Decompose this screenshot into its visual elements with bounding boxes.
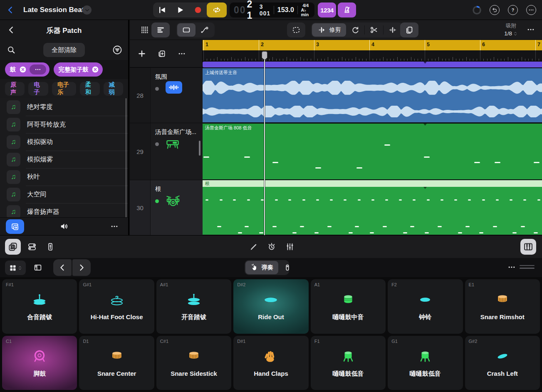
patch-list-item[interactable]: ♫模拟驱动	[0, 133, 128, 151]
next-kit-button[interactable]	[72, 259, 91, 276]
duplicate-track-button[interactable]	[157, 49, 166, 58]
lcd-display[interactable]: 00 2 1 3 001 153.0 4/4 A♭ min	[230, 2, 314, 17]
region-track-27-edge[interactable]	[203, 62, 542, 67]
tag-pill-drums[interactable]: 鼓	[5, 62, 49, 77]
marquee-tool-button[interactable]	[287, 22, 305, 37]
patch-list-item[interactable]: ♫秋叶	[0, 168, 128, 186]
edit-button[interactable]	[245, 239, 261, 255]
split-tool-button[interactable]	[365, 23, 383, 37]
record-enable-dot[interactable]	[155, 142, 159, 146]
tracks-view-button[interactable]	[151, 22, 170, 37]
midi-region-selected[interactable]: 根	[203, 180, 542, 235]
snap-control[interactable]: 吸附 1/8	[504, 22, 518, 37]
library-more-icon[interactable]	[110, 222, 119, 231]
patch-list-item[interactable]: ♫绝对零度	[0, 98, 128, 116]
help-button[interactable]: ?	[508, 5, 518, 15]
add-track-button[interactable]	[137, 49, 146, 58]
remove-tag-icon[interactable]	[19, 65, 27, 74]
tag-pill-full-kit[interactable]: 完整架子鼓	[54, 62, 103, 77]
lcd-position-bar-beat: 2 1	[247, 0, 257, 21]
loop-tool-button[interactable]	[346, 23, 364, 37]
track-28-lane[interactable]: 上城传送带主音	[203, 67, 542, 123]
tap-play-mode-button[interactable]: 弹奏	[245, 261, 278, 274]
track-29-lane[interactable]: 汤普金斯广场 808 低音	[203, 123, 542, 180]
metronome-button[interactable]	[338, 2, 356, 17]
patch-list-item[interactable]: ♫阿哥哥铃放克	[0, 116, 128, 133]
pads-more-icon[interactable]	[507, 263, 516, 272]
velocity-mode-button[interactable]	[278, 261, 288, 274]
lcd-time-signature-key: 4/4 A♭ min	[301, 3, 310, 17]
timeline-ruler[interactable]: 1 2 3 4 5 6 7	[203, 40, 542, 50]
trim-tool-button[interactable]: 修剪	[312, 23, 346, 37]
go-to-beginning-button[interactable]	[153, 2, 171, 17]
browser-panel-button[interactable]	[5, 239, 21, 255]
tracks-scrollbar[interactable]	[199, 141, 200, 156]
drum-pad[interactable]: C#1Snare Sidestick	[156, 336, 231, 390]
pad-layout-button[interactable]	[5, 261, 26, 275]
quantize-button[interactable]	[264, 239, 280, 255]
drum-pad[interactable]: G1嗵嗵鼓低音	[388, 336, 463, 390]
play-button[interactable]	[171, 2, 189, 17]
regions-mode-button[interactable]	[177, 23, 196, 37]
drum-pad[interactable]: C1脚鼓	[2, 336, 77, 390]
fader-panel-button[interactable]	[42, 239, 58, 255]
previous-kit-button[interactable]	[53, 259, 72, 276]
mixer-button[interactable]	[282, 239, 298, 255]
music-note-icon: ♫	[7, 188, 20, 201]
selected-region-header[interactable]: 根	[203, 180, 542, 187]
filter-chip[interactable]: 原声	[5, 82, 25, 96]
drum-pad[interactable]: F2钟铃	[388, 279, 463, 334]
audio-region[interactable]: 上城传送带主音	[203, 68, 542, 122]
midi-region[interactable]: 汤普金斯广场 808 低音	[203, 124, 542, 179]
smart-controls-button[interactable]	[24, 239, 40, 255]
patch-list-item[interactable]: ♫大空间	[0, 186, 128, 203]
filter-chip[interactable]: 电子	[28, 82, 48, 96]
undo-button[interactable]	[490, 5, 500, 15]
drum-pad[interactable]: F#1合音踏钹	[2, 279, 77, 334]
remove-tag-icon[interactable]	[91, 65, 99, 74]
panel-resize-handle[interactable]	[520, 265, 535, 270]
filter-chip[interactable]: 减弱	[104, 82, 123, 96]
drum-pad[interactable]: A#1开音踏钹	[156, 279, 231, 334]
count-in-button[interactable]: 1234	[318, 2, 336, 17]
track-header-more-button[interactable]	[177, 49, 186, 58]
drum-pad[interactable]: A1嗵嗵鼓中音	[311, 279, 386, 334]
drum-pad[interactable]: G#2Crash Left	[465, 336, 540, 390]
drum-pad[interactable]: F1嗵嗵鼓低音	[311, 336, 386, 390]
preview-volume-icon[interactable]	[59, 222, 69, 231]
track-29-header[interactable]: 29 汤普金斯广场...	[130, 123, 203, 180]
search-icon[interactable]	[7, 45, 16, 55]
patch-list-item[interactable]: ♫模拟烟雾	[0, 151, 128, 168]
drum-pad[interactable]: D#2Ride Out	[233, 279, 308, 334]
midi-notes	[203, 187, 542, 235]
back-icon[interactable]	[6, 5, 15, 15]
record-button[interactable]	[189, 2, 207, 17]
clear-all-button[interactable]: 全部清除	[43, 43, 85, 57]
cycle-button[interactable]	[207, 2, 227, 17]
filter-chip[interactable]: 电子乐	[52, 82, 76, 96]
track-30-header[interactable]: 30 根	[130, 180, 203, 235]
library-scrollbar[interactable]	[126, 98, 126, 219]
track-number: 30	[130, 180, 151, 235]
more-button[interactable]	[526, 5, 536, 15]
record-enable-dot[interactable]	[155, 87, 159, 91]
filter-icon[interactable]	[112, 45, 122, 55]
drum-pad[interactable]: G#1Hi-Hat Foot Close	[79, 279, 154, 334]
project-title[interactable]: Late Session Beat	[23, 6, 84, 14]
automation-mode-button[interactable]	[196, 23, 214, 37]
project-menu-button[interactable]	[82, 5, 92, 15]
quantize-clock-icon	[267, 242, 277, 252]
drum-pad[interactable]: D1Snare Center	[79, 336, 154, 390]
paste-button[interactable]	[400, 22, 418, 37]
filter-chip[interactable]: 柔和	[80, 82, 99, 96]
sidebar-toggle-icon[interactable]	[33, 263, 42, 272]
drum-pad[interactable]: D#1Hand Claps	[233, 336, 308, 390]
tracks-more-icon[interactable]	[526, 25, 535, 34]
tag-more-button[interactable]	[30, 65, 46, 74]
drum-pad[interactable]: E1Snare Rimshot	[465, 279, 540, 334]
track-30-lane[interactable]: 根	[203, 180, 542, 235]
track-28-header[interactable]: 28 氛围	[130, 67, 203, 123]
play-surface-button[interactable]	[520, 239, 536, 255]
input-monitor-dot[interactable]	[155, 199, 159, 203]
gain-tool-button[interactable]	[384, 23, 402, 37]
